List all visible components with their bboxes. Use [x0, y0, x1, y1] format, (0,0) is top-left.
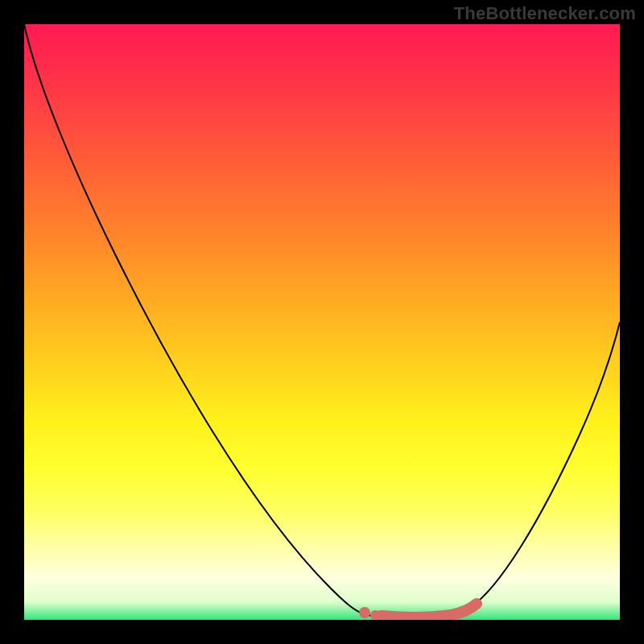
chart-frame: TheBottlenecker.com: [0, 0, 644, 644]
curve-path: [24, 24, 620, 617]
bottleneck-curve: [24, 24, 620, 620]
highlight-segment: [381, 604, 477, 617]
highlight-dot-mid: [370, 610, 380, 620]
plot-area: [24, 24, 620, 620]
highlight-dot-left: [359, 607, 370, 618]
watermark-text: TheBottlenecker.com: [454, 3, 636, 24]
